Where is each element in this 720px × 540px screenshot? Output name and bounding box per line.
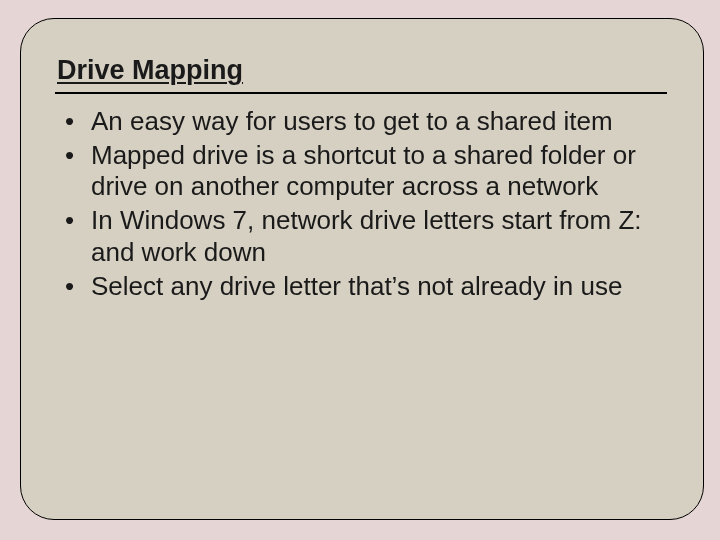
slide-panel: Drive Mapping An easy way for users to g…: [20, 18, 704, 520]
title-underline-rule: [55, 92, 667, 94]
slide-content: An easy way for users to get to a shared…: [55, 106, 667, 302]
list-item: Select any drive letter that’s not alrea…: [55, 271, 667, 303]
list-item: In Windows 7, network drive letters star…: [55, 205, 667, 268]
list-item: Mapped drive is a shortcut to a shared f…: [55, 140, 667, 203]
slide: Drive Mapping An easy way for users to g…: [0, 0, 720, 540]
bullet-list: An easy way for users to get to a shared…: [55, 106, 667, 302]
list-item: An easy way for users to get to a shared…: [55, 106, 667, 138]
slide-title: Drive Mapping: [57, 55, 667, 86]
